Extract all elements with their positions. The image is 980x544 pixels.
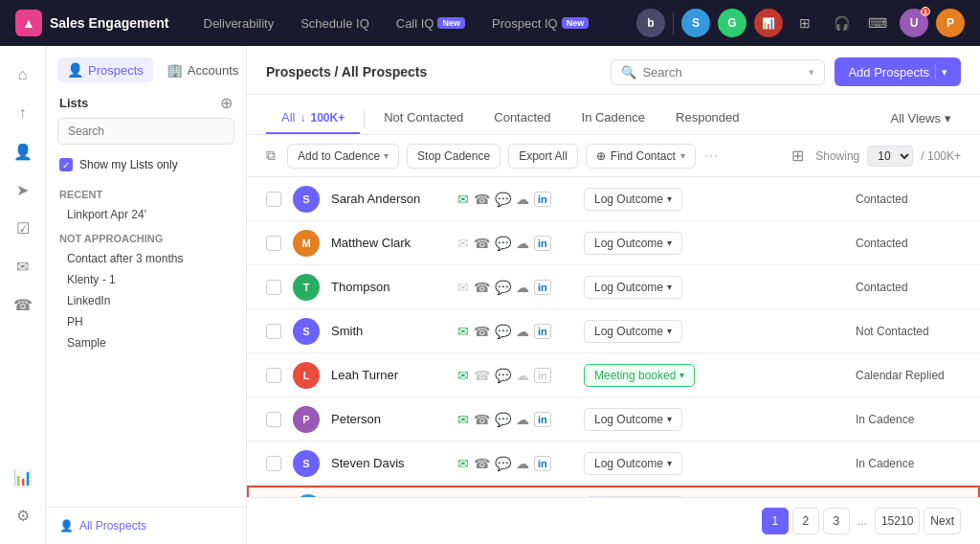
- cloud-icon-3[interactable]: ☁: [516, 324, 529, 339]
- prospect-name-2[interactable]: Thompson: [331, 280, 446, 294]
- cloud-icon-4[interactable]: ☁: [516, 368, 529, 383]
- stop-cadence-button[interactable]: Stop Cadence: [407, 144, 501, 169]
- cloud-icon-5[interactable]: ☁: [516, 412, 529, 427]
- log-outcome-btn-2[interactable]: Log Outcome ▾: [584, 276, 682, 299]
- log-outcome-btn-1[interactable]: Log Outcome ▾: [584, 232, 682, 255]
- linkedin-icon-6[interactable]: in: [534, 456, 551, 471]
- filter-tab-contacted[interactable]: Contacted: [479, 102, 566, 134]
- search-bar[interactable]: 🔍 ▾: [611, 59, 825, 85]
- linkedin-icon-0[interactable]: in: [534, 192, 551, 207]
- chat-icon-1[interactable]: 💬: [495, 236, 511, 251]
- avatar-g[interactable]: G: [718, 9, 746, 37]
- chat-icon-0[interactable]: 💬: [495, 192, 511, 207]
- page-btn-next[interactable]: Next: [924, 508, 961, 534]
- sidebar-phone[interactable]: ☎: [6, 287, 40, 322]
- chat-icon-6[interactable]: 💬: [495, 456, 511, 471]
- log-outcome-btn-0[interactable]: Log Outcome ▾: [584, 188, 682, 211]
- add-to-cadence-button[interactable]: Add to Cadence ▾: [287, 144, 399, 169]
- list-item-recent-0[interactable]: Linkport Apr 24': [54, 204, 238, 225]
- cloud-icon-1[interactable]: ☁: [516, 236, 529, 251]
- linkedin-icon-3[interactable]: in: [534, 324, 551, 339]
- phone-icon-6[interactable]: ☎: [474, 456, 490, 471]
- sidebar-email[interactable]: ✉: [6, 249, 40, 283]
- phone-icon-1[interactable]: ☎: [474, 236, 490, 251]
- grid-icon[interactable]: ⊞: [791, 9, 819, 37]
- lists-search-input[interactable]: [57, 118, 234, 145]
- log-outcome-btn-5[interactable]: Log Outcome ▾: [584, 408, 682, 431]
- email-icon-2[interactable]: ✉: [457, 280, 469, 295]
- cloud-icon-6[interactable]: ☁: [516, 456, 529, 471]
- linkedin-icon-2[interactable]: in: [534, 280, 551, 295]
- sidebar-checklist[interactable]: ☑: [6, 211, 40, 245]
- prospect-name-5[interactable]: Peterson: [331, 412, 446, 426]
- prospect-name-1[interactable]: Matthew Clark: [331, 236, 446, 250]
- list-item-na-4[interactable]: Sample: [54, 332, 238, 353]
- prospect-name-4[interactable]: Leah Turner: [331, 368, 446, 382]
- phone-icon-3[interactable]: ☎: [474, 324, 490, 339]
- keyboard-icon[interactable]: ⌨: [863, 9, 892, 37]
- chat-icon-3[interactable]: 💬: [495, 324, 511, 339]
- headset-icon[interactable]: 🎧: [827, 9, 856, 37]
- prospect-name-0[interactable]: Sarah Anderson: [331, 192, 446, 206]
- prospect-name-3[interactable]: Smith: [331, 324, 446, 338]
- log-outcome-btn-6[interactable]: Log Outcome ▾: [584, 452, 682, 475]
- row-checkbox-2[interactable]: [266, 280, 281, 295]
- avatar-b[interactable]: b: [636, 9, 665, 37]
- row-checkbox-1[interactable]: [266, 236, 281, 251]
- email-icon-0[interactable]: ✉: [457, 192, 469, 207]
- row-checkbox-5[interactable]: [266, 412, 281, 427]
- avatar-user[interactable]: 1 U: [900, 9, 928, 37]
- sidebar-send[interactable]: ➤: [6, 172, 40, 207]
- email-icon-1[interactable]: ✉: [457, 236, 469, 251]
- sidebar-settings[interactable]: ⚙: [6, 498, 40, 533]
- chat-icon-2[interactable]: 💬: [495, 280, 511, 295]
- nav-prospect-iq[interactable]: Prospect IQ New: [480, 11, 600, 36]
- phone-icon-5[interactable]: ☎: [474, 412, 490, 427]
- sidebar-upload[interactable]: ↑: [6, 96, 40, 130]
- chat-icon-5[interactable]: 💬: [495, 412, 511, 427]
- add-prospects-button[interactable]: Add Prospects ▾: [835, 57, 961, 86]
- nav-schedule-iq[interactable]: Schedule IQ: [289, 11, 381, 36]
- filter-tab-all[interactable]: All ↓ 100K+: [266, 102, 360, 134]
- export-all-button[interactable]: Export All: [508, 144, 578, 169]
- phone-icon-2[interactable]: ☎: [474, 280, 490, 295]
- chat-icon-4[interactable]: 💬: [495, 368, 511, 383]
- nav-call-iq[interactable]: Call IQ New: [385, 11, 477, 36]
- lists-add-icon[interactable]: ⊕: [220, 94, 233, 112]
- filter-tab-not-contacted[interactable]: Not Contacted: [368, 102, 479, 134]
- avatar-chart[interactable]: 📊: [754, 9, 783, 37]
- phone-icon-0[interactable]: ☎: [474, 192, 490, 207]
- list-item-na-3[interactable]: PH: [54, 311, 238, 332]
- email-icon-4[interactable]: ✉: [457, 368, 469, 383]
- row-checkbox-3[interactable]: [266, 324, 281, 339]
- cloud-icon-2[interactable]: ☁: [516, 280, 529, 295]
- email-icon-5[interactable]: ✉: [457, 412, 469, 427]
- page-btn-1[interactable]: 1: [762, 508, 789, 534]
- show-my-lists-row[interactable]: ✓ Show my Lists only: [46, 154, 246, 175]
- all-views-button[interactable]: All Views ▾: [880, 105, 961, 131]
- page-btn-last[interactable]: 15210: [875, 508, 920, 534]
- cloud-icon-0[interactable]: ☁: [516, 192, 529, 207]
- show-my-lists-checkbox[interactable]: ✓: [59, 158, 73, 171]
- row-checkbox-6[interactable]: [266, 456, 281, 471]
- page-btn-2[interactable]: 2: [792, 508, 819, 534]
- sidebar-person[interactable]: 👤: [6, 134, 40, 169]
- linkedin-icon-4[interactable]: in: [534, 368, 551, 383]
- list-item-na-1[interactable]: Klenty - 1: [54, 269, 238, 290]
- filter-tab-responded[interactable]: Responded: [660, 102, 755, 134]
- prospect-name-6[interactable]: Steven Davis: [331, 456, 446, 470]
- email-icon-6[interactable]: ✉: [457, 456, 469, 471]
- linkedin-icon-1[interactable]: in: [534, 236, 551, 251]
- nav-deliverability[interactable]: Deliverability: [192, 11, 286, 36]
- sidebar-home[interactable]: ⌂: [6, 57, 40, 92]
- filter-tab-in-cadence[interactable]: In Cadence: [567, 102, 661, 134]
- tab-accounts[interactable]: 🏢 Accounts: [157, 57, 248, 82]
- avatar-profile[interactable]: P: [936, 9, 965, 37]
- list-item-na-0[interactable]: Contact after 3 months: [54, 248, 238, 269]
- tab-prospects[interactable]: 👤 Prospects: [57, 57, 153, 82]
- sidebar-chart[interactable]: 📊: [6, 460, 40, 494]
- toolbar-more[interactable]: ⋯: [703, 147, 719, 165]
- grid-view-button[interactable]: ⊞: [788, 143, 808, 169]
- phone-icon-4[interactable]: ☎: [474, 368, 490, 383]
- filter-icon[interactable]: ⧉: [266, 147, 276, 164]
